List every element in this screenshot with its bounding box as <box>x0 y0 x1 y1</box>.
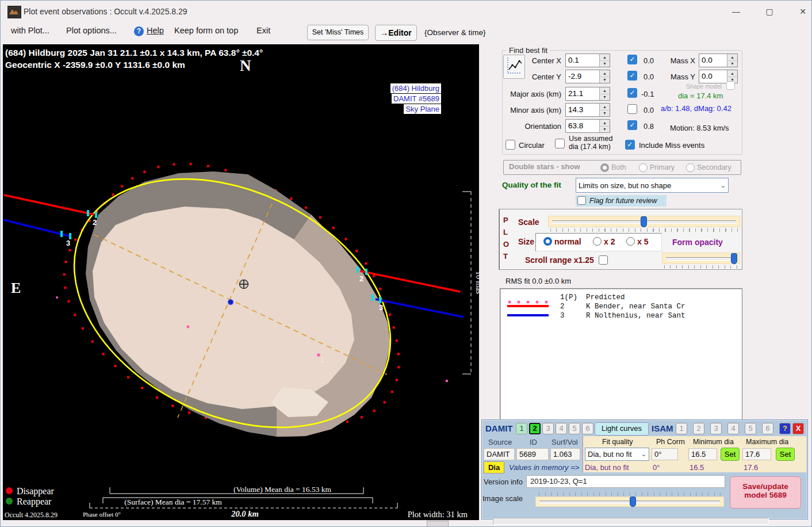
plot-vertical-p: P <box>503 216 508 224</box>
min-dia-field[interactable]: 16.5 <box>688 448 717 460</box>
maximize-button[interactable]: ▢ <box>756 4 783 19</box>
observation-row[interactable]: 1(P) Predicted <box>560 293 625 301</box>
isam-title: ISAM <box>652 423 673 433</box>
isam-model-3-button[interactable]: 3 <box>710 423 722 434</box>
double-secondary-radio[interactable] <box>686 163 695 172</box>
center-x-residual: 0.0 <box>644 56 654 65</box>
circular-label: Circular <box>519 141 545 150</box>
observation-row[interactable]: 3 R Nolthenius, near Sant <box>560 312 685 320</box>
isam-model-1-button[interactable]: 1 <box>676 423 687 434</box>
orientation-residual: 0.8 <box>644 122 654 131</box>
damit-model-6-button[interactable]: 6 <box>582 423 593 434</box>
spin-up-icon: ▲ <box>600 54 610 61</box>
scale-slider[interactable] <box>548 216 740 227</box>
include-miss-checkbox[interactable]: ✓ <box>625 140 635 150</box>
size-x5-radio[interactable] <box>626 237 635 246</box>
bottom-scroll-track[interactable] <box>493 518 769 525</box>
plot-header-line1: (684) Hildburg 2025 Jan 31 21.1 ±0.1 x 1… <box>5 48 263 58</box>
close-button[interactable]: ✕ <box>790 4 812 19</box>
image-scale-ticks <box>539 492 721 496</box>
center-x-spinner[interactable]: 0.1▲▼ <box>565 54 610 67</box>
damit-close-button[interactable]: X <box>792 423 804 434</box>
sky-plane-plot[interactable]: 2 3 2 3 1 10 mas (684) Hildburg <box>3 44 479 520</box>
damit-model-4-button[interactable]: 4 <box>556 423 567 434</box>
use-assumed-checkbox[interactable] <box>555 139 565 148</box>
isam-model-5-button[interactable]: 5 <box>745 423 756 434</box>
isam-model-4-button[interactable]: 4 <box>727 423 739 434</box>
light-curves-button[interactable]: Light curves <box>595 422 649 436</box>
damit-help-button[interactable]: ? <box>779 423 791 434</box>
opacity-slider-thumb[interactable] <box>731 253 737 264</box>
set-max-dia-button[interactable]: Set <box>776 448 795 461</box>
menu-plot-options[interactable]: Plot options... <box>66 26 117 35</box>
damit-model-3-button[interactable]: 3 <box>542 423 554 434</box>
legend-damit: DAMIT #5689 <box>392 94 441 104</box>
ph-corrn-field[interactable]: 0° <box>652 448 678 460</box>
menu-help[interactable]: Help <box>147 26 164 35</box>
image-scale-thumb[interactable] <box>630 497 636 507</box>
orientation-spinner[interactable]: 63.8▲▼ <box>565 119 610 133</box>
scroll-range-checkbox[interactable] <box>599 255 608 265</box>
major-axis-checkbox[interactable]: ✓ <box>627 88 637 98</box>
orientation-checkbox[interactable]: ✓ <box>627 120 637 130</box>
source-field[interactable]: DAMIT <box>484 448 515 460</box>
fit-quality-combobox[interactable]: Dia, but no fit⌄ <box>585 448 649 461</box>
plot-canvas: 2 3 2 3 1 10 mas (684) Hildburg <box>3 44 479 520</box>
ellipse-center-dot <box>228 300 233 305</box>
damit-model-5-button[interactable]: 5 <box>569 423 580 434</box>
menu-keep-on-top[interactable]: Keep form on top <box>174 26 238 35</box>
isam-model-6-button[interactable]: 6 <box>762 423 773 434</box>
flag-review-checkbox[interactable] <box>577 196 586 205</box>
dia-button[interactable]: Dia <box>484 461 504 473</box>
scale-slider-thumb[interactable] <box>641 216 647 227</box>
set-min-dia-button[interactable]: Set <box>721 448 740 461</box>
mass-x-spinner[interactable]: 0.0▲▼ <box>699 54 738 67</box>
observations-list[interactable]: 1(P) Predicted 2 K Bender, near Santa Cr… <box>500 288 742 421</box>
set-miss-times-button[interactable]: Set 'Miss' Times <box>307 25 369 40</box>
version-info-field[interactable]: 2019-10-23, Q=1 <box>526 475 725 488</box>
minor-axis-spinner[interactable]: 14.3▲▼ <box>565 103 610 117</box>
north-label: N <box>240 57 251 74</box>
menu-with-plot[interactable]: with Plot... <box>11 26 49 35</box>
minor-axis-checkbox[interactable] <box>627 104 637 114</box>
menu-exit[interactable]: Exit <box>256 26 270 35</box>
reappear-dot <box>6 498 13 505</box>
disappear-label: Disappear <box>17 486 55 497</box>
km-scale-label: 20.0 km <box>231 509 259 518</box>
center-y-spinner[interactable]: -2.9▲▼ <box>565 70 610 83</box>
legend-chord3-marker <box>507 314 549 316</box>
save-update-button[interactable]: Save/update model 5689 <box>730 476 801 509</box>
isam-model-2-button[interactable]: 2 <box>693 423 704 434</box>
volume-dia-label: (Volume) Mean dia = 16.53 km <box>233 485 332 494</box>
major-axis-spinner[interactable]: 21.1▲▼ <box>565 87 610 101</box>
surfvol-field[interactable]: 1.063 <box>550 448 580 460</box>
plot-hscroll-thumb[interactable] <box>427 521 449 527</box>
legend-skyplane: Sky Plane <box>404 104 441 114</box>
east-label: E <box>11 280 21 296</box>
form-opacity-label: Form opacity <box>672 238 723 247</box>
circular-checkbox[interactable] <box>505 140 515 150</box>
max-dia-field[interactable]: 17.6 <box>742 448 771 460</box>
center-y-checkbox[interactable]: ✓ <box>627 71 637 81</box>
include-miss-label: Include Miss events <box>639 141 704 150</box>
id-field[interactable]: 5689 <box>516 448 549 460</box>
fit-quality-header: Fit quality <box>602 438 633 446</box>
size-normal-radio[interactable] <box>543 237 552 246</box>
minimize-button[interactable]: — <box>723 4 749 19</box>
shape-model-checkbox[interactable] <box>726 81 735 90</box>
editor-button[interactable]: →Editor <box>375 25 417 41</box>
image-scale-slider[interactable] <box>535 497 724 507</box>
plot-vertical-o: O <box>503 240 509 249</box>
observation-row[interactable]: 2 K Bender, near Santa Cr <box>560 303 685 311</box>
size-x2-radio[interactable] <box>593 237 602 246</box>
double-both-radio[interactable] <box>600 163 609 172</box>
opacity-slider[interactable] <box>662 253 740 264</box>
chord2-right <box>360 271 460 292</box>
quality-combobox[interactable]: Limits on size, but no shape⌄ <box>576 178 729 193</box>
version-info-label: Version info <box>484 478 523 486</box>
double-primary-radio[interactable] <box>639 163 648 172</box>
damit-model-2-button[interactable]: 2 <box>529 423 541 434</box>
center-x-checkbox[interactable]: ✓ <box>627 55 637 64</box>
damit-model-1-button[interactable]: 1 <box>516 423 527 434</box>
center-y-residual: 0.0 <box>644 72 654 81</box>
